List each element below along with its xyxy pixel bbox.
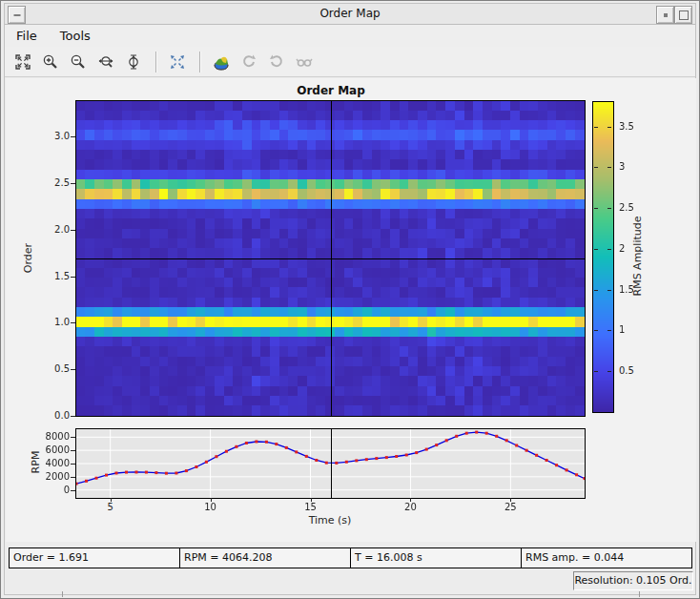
rpm-data-marker [175,472,177,475]
link-view-button[interactable] [294,51,317,73]
colorbar-tick-mark [607,208,611,209]
window-title: Order Map [5,4,695,24]
rpm-data-marker [125,471,128,474]
maximize-icon [679,10,689,20]
rpm-data-marker [145,471,148,474]
zoom-in-icon [41,52,60,72]
rpm-data-marker [525,449,528,452]
minimize-button[interactable] [656,6,674,24]
colorbar-tick-mark [594,208,598,209]
rpm-data-marker [345,461,348,464]
colorbar-tick-label: 1 [619,324,625,335]
rpm-data-marker [225,450,228,453]
rpm-data-marker [495,435,498,438]
toolbar-separator [199,52,201,72]
order-tick-mark [71,369,75,370]
rpm-data-marker [295,450,298,453]
time-tick-label: 15 [292,502,330,512]
rpm-tick-label: 2000 [30,471,70,482]
rpm-data-marker [515,444,518,447]
rpm-data-marker [315,459,318,462]
zoom-y-button[interactable] [123,51,146,73]
rpm-data-marker [535,454,538,457]
cursor-horizontal-line[interactable] [76,258,585,259]
colorbar-tick-label: 2.5 [619,202,634,213]
rpm-data-marker [76,483,78,485]
window-menu-button[interactable] [8,6,26,24]
colorbar-tick-mark [607,290,611,291]
fit-to-view-icon [13,52,32,72]
scale-axes-icon [168,52,187,72]
time-tick-mark [111,498,112,502]
rpm-data-marker [575,473,578,476]
zoom-y-icon [124,52,143,72]
colorbar-tick-mark [607,249,611,250]
colormap-surface-button[interactable] [211,51,234,73]
rpm-data-marker [245,442,248,444]
order-tick-label: 1.0 [33,317,70,327]
colorbar-tick-label: 2 [619,243,625,254]
menu-file[interactable]: File [16,29,37,43]
time-tick-mark [311,498,312,502]
order-axis-label: Order [22,220,34,297]
colorbar-tick-mark [607,167,611,168]
rpm-readout: RPM = 4064.208 [180,548,351,568]
zoom-out-button[interactable] [68,51,91,73]
colorbar-gradient [593,102,613,412]
rpm-data-marker [285,446,288,449]
colorbar-tick-mark [594,127,598,128]
rpm-data-marker [335,462,338,465]
rpm-data-marker [415,451,418,454]
rpm-data-marker [505,439,508,442]
colorbar-tick-label: 0.5 [619,365,634,376]
colorbar-tick-mark [594,167,598,168]
rpm-tick-mark [71,464,75,465]
replay-back-button[interactable] [238,51,261,73]
order-map-window: Order Map File Tools [0,0,700,599]
menu-tools[interactable]: Tools [60,29,91,43]
colorbar-tick-mark [594,330,598,331]
time-tick-label: 25 [491,502,529,512]
zoom-out-icon [69,52,88,72]
rpm-data-marker [165,472,168,475]
plot-title: Order Map [76,84,586,97]
order-tick-mark [71,277,75,278]
rpm-data-marker [485,432,488,435]
menubar: File Tools [5,25,695,47]
time-tick-mark [211,498,212,502]
titlebar[interactable]: Order Map [5,4,695,25]
rpm-data-marker [185,469,188,472]
order-tick-mark [71,136,75,137]
time-tick-label: 10 [192,502,230,512]
order-tick-label: 0.5 [33,363,70,374]
link-view-icon [295,52,314,72]
resolution-readout: Resolution: 0.105 Ord. [573,571,693,590]
colorbar-tick-mark [607,330,611,331]
replay-forward-button[interactable] [266,51,289,73]
scale-axes-button[interactable] [167,51,190,73]
rpm-data-marker [95,477,98,480]
rpm-data-marker [105,474,108,477]
rpm-data-marker [435,444,438,446]
rpm-data-marker [265,441,268,444]
zoom-x-button[interactable] [95,51,118,73]
maximize-button[interactable] [674,6,692,24]
order-tick-label: 3.0 [33,131,70,141]
rpm-data-marker [85,480,88,483]
colorbar-tick-label: 3 [619,161,625,172]
fit-to-view-button[interactable] [12,51,35,73]
toolbar-separator [155,52,157,72]
rpm-tick-mark [71,437,75,438]
resize-notch [639,591,640,597]
order-tick-mark [71,230,75,231]
rpm-data-marker [305,455,308,458]
rpm-tick-label: 8000 [30,431,70,442]
minimize-icon [664,13,668,17]
order-tick-label: 1.5 [33,271,70,281]
time-readout: T = 16.008 s [351,548,522,568]
replay-back-icon [239,52,258,72]
zoom-in-button[interactable] [40,51,63,73]
rpm-cursor-line[interactable] [331,429,332,498]
colormap-surface-icon [212,52,231,72]
rpm-data-marker [355,459,358,462]
